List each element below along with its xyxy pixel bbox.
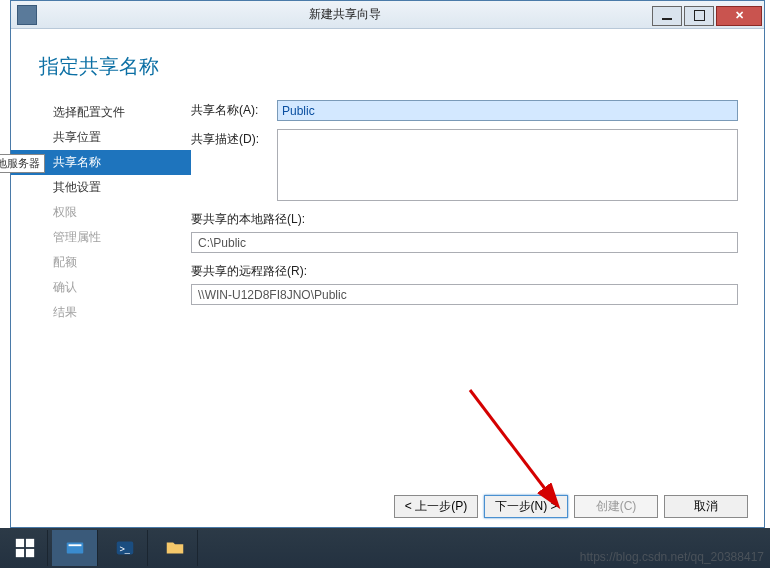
create-button: 创建(C): [574, 495, 658, 518]
window-controls: [652, 4, 764, 26]
svg-rect-5: [66, 543, 83, 554]
svg-rect-4: [25, 549, 33, 557]
sidebar-item-confirm: 确认: [11, 275, 191, 300]
button-row: < 上一步(P) 下一步(N) > 创建(C) 取消: [11, 487, 764, 527]
taskbar-explorer-icon[interactable]: [152, 530, 198, 566]
sidebar-item-permissions: 权限: [11, 200, 191, 225]
share-name-input[interactable]: [277, 100, 738, 121]
close-button[interactable]: [716, 6, 762, 26]
previous-button[interactable]: < 上一步(P): [394, 495, 478, 518]
svg-text:>_: >_: [119, 544, 130, 554]
start-button[interactable]: [2, 530, 48, 566]
share-desc-input[interactable]: [277, 129, 738, 201]
local-path-input: [191, 232, 738, 253]
watermark: https://blog.csdn.net/qq_20388417: [580, 550, 764, 564]
taskbar-server-manager-icon[interactable]: [52, 530, 98, 566]
svg-rect-2: [25, 539, 33, 547]
svg-rect-1: [15, 539, 23, 547]
sidebar-item-quota: 配额: [11, 250, 191, 275]
svg-rect-3: [15, 549, 23, 557]
local-path-label: 要共享的本地路径(L):: [191, 211, 738, 228]
maximize-button[interactable]: [684, 6, 714, 26]
form-area: 共享名称(A): 共享描述(D): 要共享的本地路径(L): 要共享的远程路径(…: [191, 100, 764, 477]
app-icon: [17, 5, 37, 25]
svg-rect-6: [68, 544, 81, 546]
sidebar-item-mgmt: 管理属性: [11, 225, 191, 250]
window-title: 新建共享向导: [37, 6, 652, 23]
sidebar-item-other[interactable]: 其他设置: [11, 175, 191, 200]
cancel-button[interactable]: 取消: [664, 495, 748, 518]
remote-path-input: [191, 284, 738, 305]
share-name-label: 共享名称(A):: [191, 100, 277, 119]
tooltip-tag: 地服务器: [0, 154, 45, 173]
taskbar-powershell-icon[interactable]: >_: [102, 530, 148, 566]
next-button[interactable]: 下一步(N) >: [484, 495, 568, 518]
titlebar: 新建共享向导: [11, 1, 764, 29]
page-title: 指定共享名称: [11, 29, 764, 100]
minimize-button[interactable]: [652, 6, 682, 26]
wizard-body: 选择配置文件 共享位置 共享名称 其他设置 权限 管理属性 配额 确认 结果 共…: [11, 100, 764, 487]
wizard-window: 新建共享向导 指定共享名称 选择配置文件 共享位置 共享名称 其他设置 权限 管…: [10, 0, 765, 528]
share-name-row: 共享名称(A):: [191, 100, 738, 121]
sidebar-item-profile[interactable]: 选择配置文件: [11, 100, 191, 125]
sidebar-item-location[interactable]: 共享位置: [11, 125, 191, 150]
share-desc-label: 共享描述(D):: [191, 129, 277, 148]
remote-path-label: 要共享的远程路径(R):: [191, 263, 738, 280]
share-desc-row: 共享描述(D):: [191, 129, 738, 201]
sidebar-item-result: 结果: [11, 300, 191, 325]
